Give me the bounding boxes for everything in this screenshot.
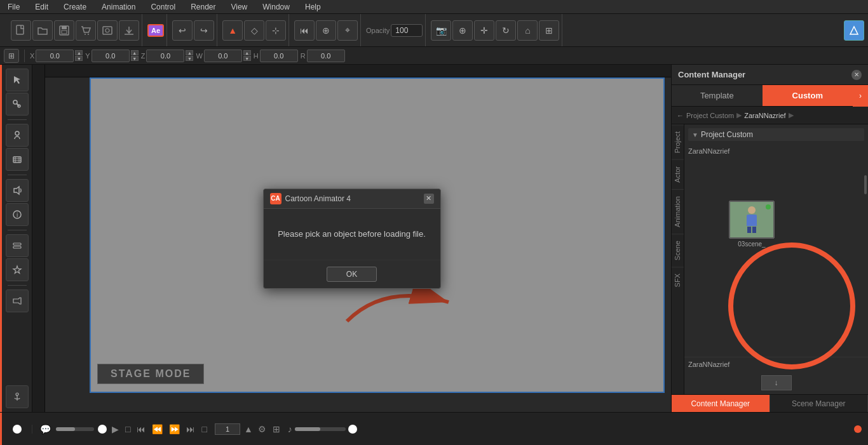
w-spinner[interactable]: ▲▼: [243, 50, 251, 61]
save-button[interactable]: [54, 20, 74, 41]
char-leg-right: [752, 227, 756, 233]
step-back-btn[interactable]: ⏪: [151, 423, 164, 435]
sidebar-divider-1: [8, 119, 27, 120]
node-button[interactable]: ◇: [244, 20, 264, 41]
export-btn-tl[interactable]: ⊞: [271, 423, 281, 435]
anchor-button[interactable]: ⊕: [452, 20, 473, 41]
preview-button[interactable]: [97, 20, 118, 41]
camera-button[interactable]: 📷: [431, 20, 451, 41]
panel-down-arrow: ↓: [684, 371, 868, 394]
prev-btn[interactable]: ⏮: [135, 423, 147, 435]
menu-window[interactable]: Window: [260, 1, 292, 13]
frame-up-btn[interactable]: ▲: [243, 423, 254, 435]
camera-view-btn[interactable]: [6, 289, 29, 312]
z-input[interactable]: [146, 50, 184, 62]
svg-point-7: [105, 29, 109, 32]
stop-btn[interactable]: □: [124, 423, 132, 435]
play-btn[interactable]: ▶: [111, 423, 120, 435]
rotate-button[interactable]: ↻: [496, 20, 516, 41]
select-tool-btn[interactable]: [6, 69, 29, 91]
export-button[interactable]: [119, 20, 139, 41]
w-coord-field: W ▲▼: [196, 50, 250, 62]
home-button[interactable]: ⌂: [517, 20, 538, 41]
opacity-field[interactable]: 100: [391, 24, 423, 37]
side-tab-actor[interactable]: Actor: [672, 159, 684, 189]
y-spinner[interactable]: ▲▼: [131, 50, 139, 61]
opacity-group: Opacity 100: [363, 14, 426, 46]
menu-file[interactable]: File: [5, 1, 22, 13]
layers-tool-btn[interactable]: [6, 234, 29, 257]
next-btn[interactable]: ⏭: [185, 423, 196, 435]
x-coord-field: X ▲▼: [30, 50, 83, 62]
breadcrumb-back[interactable]: ←: [677, 112, 684, 119]
z-spinner[interactable]: ▲▼: [186, 50, 193, 61]
bottom-tab-content-manager[interactable]: Content Manager: [672, 395, 770, 412]
move-button[interactable]: ✛: [474, 20, 494, 41]
w-input[interactable]: [204, 50, 242, 62]
scene-label: 03scene_: [738, 241, 765, 248]
menu-create[interactable]: Create: [61, 1, 89, 13]
panel-close-button[interactable]: ✕: [851, 70, 862, 80]
down-arrow-button[interactable]: ↓: [761, 375, 792, 390]
scene-tool-btn[interactable]: [6, 148, 29, 171]
tab-template[interactable]: Template: [672, 85, 763, 106]
menu-help[interactable]: Help: [302, 1, 323, 13]
x-spinner[interactable]: ▲▼: [75, 50, 83, 61]
sidebar-divider-4: [8, 285, 27, 286]
snap-button[interactable]: ⊕: [316, 20, 336, 41]
y-input[interactable]: [92, 50, 130, 62]
playhead-dot[interactable]: [98, 425, 107, 434]
step-fwd-btn[interactable]: ⏩: [168, 423, 181, 435]
volume-slider[interactable]: [56, 427, 94, 431]
side-tab-scene[interactable]: Scene: [672, 234, 684, 267]
info-tool-btn[interactable]: i: [6, 203, 29, 226]
breadcrumb-separator: ▶: [736, 111, 742, 119]
dialog-ok-button[interactable]: OK: [327, 267, 377, 282]
menu-edit[interactable]: Edit: [32, 1, 51, 13]
tree-project-custom[interactable]: ▼ Project Custom: [688, 128, 864, 141]
animate-tool-btn[interactable]: [6, 124, 29, 147]
bottom-tab-scene-manager[interactable]: Scene Manager: [770, 395, 869, 412]
bone-tool-btn[interactable]: [6, 93, 29, 116]
scene-item[interactable]: 03scene_: [726, 201, 777, 248]
tree-label-project-custom: Project Custom: [701, 130, 753, 139]
menu-view[interactable]: View: [228, 1, 250, 13]
x-input[interactable]: [36, 50, 74, 62]
side-tab-project[interactable]: Project: [672, 124, 684, 159]
tab-arrow[interactable]: ›: [853, 85, 868, 107]
cart-button[interactable]: [76, 20, 96, 41]
audio-tool-btn[interactable]: [6, 179, 29, 202]
content-items-grid: 03scene_: [684, 159, 868, 357]
more1-button[interactable]: ⌖: [337, 20, 358, 41]
menu-control[interactable]: Control: [148, 1, 178, 13]
select-button[interactable]: ▲: [222, 20, 243, 41]
redo-button[interactable]: ↪: [194, 20, 214, 41]
frame-input[interactable]: [215, 423, 240, 435]
record-btn[interactable]: □: [200, 423, 208, 435]
undo-button[interactable]: ↩: [172, 20, 193, 41]
audio-slider[interactable]: [295, 427, 346, 431]
anchor-view-btn[interactable]: [6, 385, 29, 408]
menu-animation[interactable]: Animation: [99, 1, 138, 13]
side-tab-animation[interactable]: Animation: [672, 189, 684, 234]
side-tab-sfx[interactable]: SFX: [672, 267, 684, 293]
settings-btn[interactable]: ⚙: [257, 423, 268, 435]
h-input[interactable]: [260, 50, 298, 62]
grid-button[interactable]: ⊞: [539, 20, 559, 41]
transform-button[interactable]: ⊹: [266, 20, 286, 41]
y-label: Y: [85, 52, 90, 60]
r-input[interactable]: [307, 50, 345, 62]
side-tabs-column: Project Actor Animation Scene SFX: [672, 124, 684, 394]
chat-btn[interactable]: 💬: [39, 423, 52, 435]
audio-dot[interactable]: [348, 425, 357, 434]
tab-custom[interactable]: Custom: [763, 85, 853, 106]
green-indicator: [766, 204, 771, 209]
new-button[interactable]: [11, 20, 31, 41]
breadcrumb-path[interactable]: Project Custom: [686, 112, 734, 119]
open-button[interactable]: [32, 20, 53, 41]
dialog-close-button[interactable]: ✕: [424, 194, 434, 204]
grid-toggle[interactable]: ⊞: [4, 49, 19, 63]
prev-frame-button[interactable]: ⏮: [294, 20, 315, 41]
effects-tool-btn[interactable]: [6, 258, 29, 281]
menu-render[interactable]: Render: [188, 1, 218, 13]
